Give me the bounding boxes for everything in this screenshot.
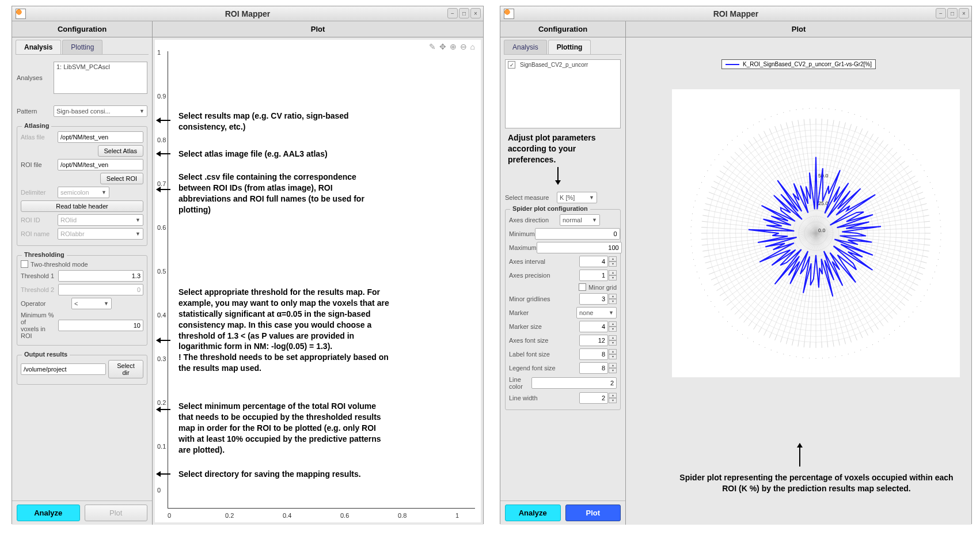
select-roi-button[interactable]: Select ROI [100, 173, 143, 184]
home-icon[interactable]: ⌂ [470, 42, 475, 51]
maximize-icon[interactable]: □ [947, 8, 958, 18]
line-width-input[interactable] [579, 392, 608, 404]
svg-point-275 [691, 226, 692, 227]
plot-button[interactable]: Plot [565, 505, 621, 521]
t1-input[interactable] [58, 270, 143, 282]
tab-analysis[interactable]: Analysis [504, 40, 547, 54]
svg-point-20 [854, 114, 855, 115]
operator-label: Operator [21, 300, 71, 307]
x-axis-line [168, 508, 475, 509]
spider-config-title: Spider plot configuration [510, 205, 590, 212]
select-measure-select[interactable]: K [%]▼ [557, 192, 597, 203]
roifile-input[interactable] [58, 159, 143, 170]
svg-point-77 [936, 200, 937, 201]
select-atlas-button[interactable]: Select Atlas [98, 145, 143, 157]
svg-line-313 [731, 157, 735, 161]
tab-analysis[interactable]: Analysis [16, 40, 61, 54]
delimiter-select[interactable]: semicolon▼ [58, 187, 109, 198]
two-threshold-checkbox[interactable] [21, 260, 28, 268]
maximum-input[interactable] [537, 242, 622, 253]
svg-line-238 [720, 293, 724, 295]
close-icon[interactable]: × [959, 8, 969, 18]
svg-line-348 [793, 127, 816, 233]
svg-point-263 [692, 252, 693, 253]
svg-point-332 [753, 124, 754, 125]
svg-point-269 [691, 240, 692, 240]
svg-line-67 [916, 187, 921, 189]
svg-line-160 [855, 335, 857, 340]
svg-line-133 [897, 306, 901, 310]
plot-legend: K_ROI_SignBased_CV2_p_uncorr_Gr1-vs-Gr2[… [721, 59, 876, 69]
roiname-select[interactable]: ROIabbr▼ [58, 228, 143, 240]
svg-point-152 [878, 342, 879, 342]
axes-precision-input[interactable] [579, 270, 608, 281]
label-font-input[interactable] [579, 348, 608, 360]
minimize-icon[interactable]: − [936, 8, 946, 18]
svg-line-121 [910, 288, 916, 291]
marker-size-input[interactable] [579, 321, 608, 332]
line-color-input[interactable] [531, 377, 617, 389]
svg-point-122 [924, 295, 925, 296]
axes-interval-input[interactable] [579, 256, 608, 267]
svg-point-179 [822, 358, 823, 358]
tab-plotting[interactable]: Plotting [62, 40, 102, 54]
brush-icon[interactable]: ✎ [429, 42, 436, 51]
close-icon[interactable]: × [470, 8, 481, 18]
svg-point-38 [889, 132, 890, 132]
zoomin-icon[interactable]: ⊕ [450, 42, 457, 51]
pan-icon[interactable]: ✥ [439, 42, 446, 51]
pattern-select[interactable]: Sign-based consi...▼ [54, 105, 147, 117]
svg-line-193 [792, 340, 793, 346]
plot-item-checkbox[interactable]: ✓ [508, 61, 515, 69]
svg-line-58 [907, 171, 912, 174]
analyze-button[interactable]: Analyze [505, 505, 561, 521]
svg-line-136 [893, 310, 897, 314]
svg-line-127 [904, 297, 909, 301]
plot-button-disabled: Plot [85, 505, 148, 521]
svg-point-242 [707, 295, 708, 296]
svg-point-323 [737, 136, 738, 136]
svg-line-283 [704, 210, 709, 211]
svg-point-32 [878, 124, 879, 125]
read-header-button[interactable]: Read table header [21, 200, 143, 212]
output-dir-input[interactable] [21, 363, 106, 375]
svg-line-85 [924, 221, 930, 222]
svg-point-341 [771, 116, 772, 117]
svg-line-223 [739, 314, 743, 318]
svg-line-232 [727, 302, 731, 305]
minor-grid-checkbox[interactable] [579, 283, 586, 291]
marker-select[interactable]: none▼ [576, 307, 617, 318]
analyze-button[interactable]: Analyze [17, 505, 80, 521]
axes-font-input[interactable] [579, 335, 608, 346]
axes-direction-select[interactable]: normal▼ [560, 214, 600, 226]
svg-point-107 [936, 266, 937, 266]
atlasfile-input[interactable] [58, 131, 143, 143]
atlasfile-label: Atlas file [21, 134, 58, 141]
tab-plotting[interactable]: Plotting [548, 40, 591, 54]
operator-select[interactable]: <▼ [71, 298, 112, 309]
svg-point-251 [699, 278, 700, 278]
svg-point-158 [867, 347, 867, 348]
plot-listbox[interactable]: ✓SignBased_CV2_p_uncorr [505, 59, 621, 128]
zoomout-icon[interactable]: ⊖ [460, 42, 467, 51]
svg-point-272 [690, 233, 691, 234]
svg-line-322 [744, 144, 747, 149]
minimize-icon[interactable]: − [447, 8, 458, 18]
svg-line-97 [924, 245, 930, 245]
svg-point-119 [927, 290, 928, 290]
window-right: ROI Mapper − □ × Configuration Analysis … [500, 6, 972, 524]
minor-gridlines-input[interactable] [579, 293, 608, 305]
svg-line-235 [723, 297, 728, 301]
minpct-input[interactable] [58, 320, 143, 331]
select-dir-button[interactable]: Select dir [108, 360, 143, 378]
svg-point-161 [860, 350, 861, 350]
analyses-listbox[interactable]: 1: LibSVM_PCAscl [54, 62, 147, 94]
minimum-input[interactable] [535, 228, 620, 240]
maximize-icon[interactable]: □ [459, 8, 469, 18]
legend-font-input[interactable] [579, 362, 608, 374]
svg-point-29 [872, 122, 873, 122]
svg-point-335 [759, 122, 759, 122]
svg-point-47 [904, 145, 905, 145]
svg-line-64 [913, 181, 918, 184]
roiid-select[interactable]: ROIid▼ [58, 214, 143, 226]
